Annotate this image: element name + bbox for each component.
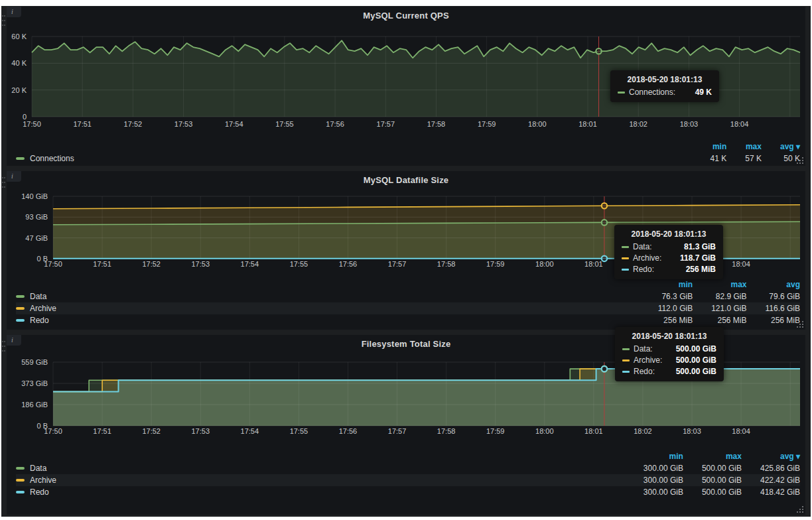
x-axis-tick-label: 17:58 <box>437 260 456 268</box>
tooltip-series-row: Data:500.00 GiB <box>622 344 716 354</box>
tooltip-timestamp: 2018-05-20 18:01:13 <box>618 75 712 84</box>
legend-stat-value: 256 MiB <box>640 314 693 326</box>
row-drag-handle[interactable] <box>1 15 6 29</box>
legend-series-toggle[interactable]: Archive <box>16 302 640 314</box>
x-axis-tick-label: 17:57 <box>388 427 407 435</box>
legend-stat-value: 500.00 GiB <box>683 462 742 474</box>
x-axis-tick-label: 17:57 <box>388 260 407 268</box>
legend-stat-header[interactable]: max <box>683 450 742 462</box>
x-axis-tick-label: 17:54 <box>241 260 259 268</box>
legend-series-toggle[interactable]: Data <box>16 462 625 474</box>
legend-series-row: Data76.3 GiB82.9 GiB79.6 GiB <box>16 291 800 302</box>
legend-stat-value: 500.00 GiB <box>683 486 742 498</box>
x-axis-tick-label: 18:03 <box>683 427 701 435</box>
info-icon[interactable]: i <box>7 7 21 17</box>
series-color-dash-icon <box>16 319 25 322</box>
x-axis-tick-label: 18:04 <box>730 120 749 128</box>
panel-title[interactable]: MySQL Current QPS <box>7 11 805 21</box>
x-axis-tick-label: 17:52 <box>142 427 161 435</box>
legend-stat-value: 422.42 GiB <box>742 474 800 486</box>
x-axis-tick-label: 18:04 <box>732 260 750 268</box>
legend-stat-value: 300.00 GiB <box>625 462 683 474</box>
chart-tooltip: 2018-05-20 18:01:13 Data:500.00 GiBArchi… <box>615 327 724 381</box>
x-axis-tick-label: 17:59 <box>486 427 505 435</box>
panel-title[interactable]: MySQL Datafile Size <box>7 175 805 185</box>
crosshair-point-connections <box>596 48 601 54</box>
legend-stat-value: 41 K <box>692 153 727 164</box>
legend-stat-header[interactable]: min <box>640 279 693 291</box>
info-icon[interactable]: i <box>7 335 21 346</box>
legend-stat-header[interactable]: avg ▾ <box>762 141 800 153</box>
legend-series-toggle[interactable]: Redo <box>16 314 640 326</box>
tooltip-series-value: 256 MiB <box>686 265 716 274</box>
x-axis-tick-label: 17:51 <box>93 427 111 435</box>
legend-header-row: minmaxavg ▾ <box>16 141 800 153</box>
legend-stat-header[interactable]: max <box>726 141 762 153</box>
x-axis-tick-label: 17:59 <box>486 260 505 268</box>
x-axis-tick-label: 17:55 <box>290 427 308 435</box>
series-color-dash-icon <box>16 479 25 482</box>
x-axis-tick-label: 18:02 <box>634 427 652 435</box>
row-drag-handle[interactable] <box>1 176 6 191</box>
crosshair-point-data <box>602 220 607 225</box>
tooltip-series-row: Archive:118.7 GiB <box>622 253 716 263</box>
series-color-dash-icon <box>618 92 625 94</box>
legend-header-spacer <box>16 279 640 291</box>
series-color-dash-icon <box>622 269 629 271</box>
resize-handle-icon[interactable] <box>797 321 803 328</box>
x-axis-tick-label: 17:50 <box>44 260 62 268</box>
legend-header-row: minmaxavg ▾ <box>16 450 800 462</box>
tooltip-timestamp: 2018-05-20 18:01:13 <box>622 229 716 239</box>
crosshair-point-redo <box>602 366 607 371</box>
tooltip-timestamp: 2018-05-20 18:01:13 <box>622 332 716 341</box>
resize-handle-icon[interactable] <box>797 506 803 513</box>
legend: minmaxavg ▾Data300.00 GiB500.00 GiB425.8… <box>16 450 800 498</box>
legend-stat-header[interactable]: max <box>693 279 746 291</box>
tooltip-series-name: Redo: <box>633 265 665 274</box>
x-axis-tick-label: 17:57 <box>377 120 395 128</box>
y-axis-tick-label: 373 GiB <box>21 379 48 387</box>
legend-stat-header[interactable]: avg ▾ <box>742 450 800 462</box>
x-axis-tick-label: 17:59 <box>478 120 496 128</box>
tooltip-series-name: Archive: <box>634 356 673 365</box>
legend-stat-header[interactable]: min <box>625 450 683 462</box>
tooltip-series-name: Data: <box>634 344 663 354</box>
chart-tooltip: 2018-05-20 18:01:13 Data:81.3 GiBArchive… <box>614 225 723 279</box>
tooltip-series-value: 500.00 GiB <box>676 344 716 354</box>
legend-stat-value: 418.42 GiB <box>742 486 800 498</box>
x-axis-tick-label: 18:03 <box>680 120 699 128</box>
x-axis-tick-label: 17:58 <box>437 427 456 435</box>
y-axis-tick-label: 140 GiB <box>21 192 48 200</box>
tooltip-series-value: 500.00 GiB <box>676 356 716 365</box>
legend-series-toggle[interactable]: Connections <box>16 153 692 164</box>
tooltip-series-row: Redo:500.00 GiB <box>622 367 716 376</box>
legend-stat-value: 300.00 GiB <box>625 486 683 498</box>
legend-header-spacer <box>16 141 692 153</box>
tooltip-series-row: Connections:49 K <box>618 88 712 97</box>
x-axis-tick-label: 17:55 <box>275 120 294 128</box>
crosshair-point-archive <box>602 203 607 208</box>
legend-series-row: Redo256 MiB256 MiB256 MiB <box>16 314 800 326</box>
legend-stat-value: 57 K <box>726 153 762 164</box>
resize-handle-icon[interactable] <box>797 157 803 164</box>
tooltip-series-row: Archive:500.00 GiB <box>622 356 716 365</box>
legend-stat-value: 82.9 GiB <box>693 291 746 302</box>
legend-stat-header[interactable]: min <box>692 141 727 153</box>
legend-stat-value: 121.0 GiB <box>693 302 746 314</box>
legend-stat-value: 500.00 GiB <box>683 474 742 486</box>
x-axis-tick-label: 17:50 <box>44 427 62 435</box>
legend-series-toggle[interactable]: Archive <box>16 474 625 486</box>
x-axis-tick-label: 17:56 <box>339 260 358 268</box>
legend-series-toggle[interactable]: Data <box>16 291 640 302</box>
x-axis-tick-label: 18:04 <box>732 427 750 435</box>
tooltip-series-value: 49 K <box>695 88 712 97</box>
x-axis-tick-label: 18:00 <box>535 260 554 268</box>
legend-stat-header[interactable]: avg <box>747 279 800 291</box>
row-drag-handle[interactable] <box>1 340 6 355</box>
info-icon[interactable]: i <box>7 171 21 182</box>
y-axis-tick-label: 93 GiB <box>25 213 48 221</box>
x-axis-tick-label: 18:00 <box>528 120 547 128</box>
legend-stat-value: 300.00 GiB <box>625 474 683 486</box>
x-axis-tick-label: 17:53 <box>191 260 210 268</box>
legend-series-toggle[interactable]: Redo <box>16 486 625 498</box>
